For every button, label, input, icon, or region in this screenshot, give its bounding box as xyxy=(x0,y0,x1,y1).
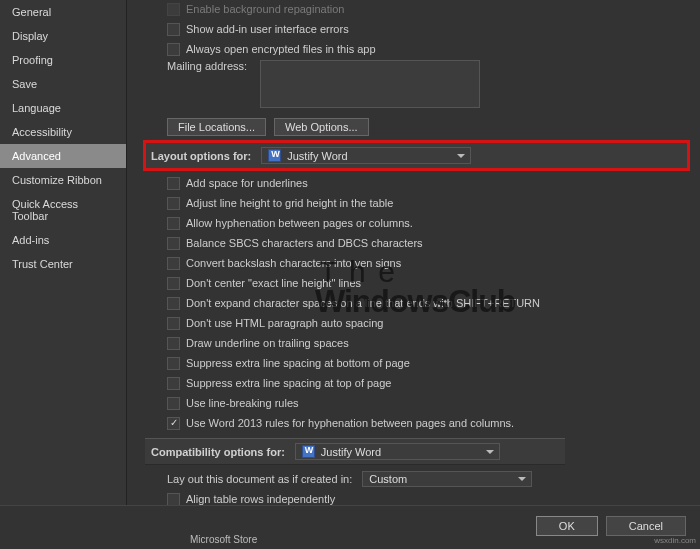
sidebar-item-advanced[interactable]: Advanced xyxy=(0,144,126,168)
checkbox-addin-errors[interactable] xyxy=(167,23,180,36)
layout-options-dropdown[interactable]: Justify Word xyxy=(261,147,471,164)
main-panel: Enable background repagination Show add-… xyxy=(127,0,700,505)
sidebar: General Display Proofing Save Language A… xyxy=(0,0,127,549)
label-opt-1: Adjust line height to grid height in the… xyxy=(186,197,393,209)
sidebar-item-proofing[interactable]: Proofing xyxy=(0,48,126,72)
label-opt-12: Use Word 2013 rules for hyphenation betw… xyxy=(186,417,514,429)
checkbox-word2013-hyphenation[interactable] xyxy=(167,417,180,430)
word-doc-icon xyxy=(302,445,315,458)
section-compatibility-options: Compatibility options for: Justify Word xyxy=(145,438,565,465)
word-doc-icon xyxy=(268,149,281,162)
label-layout-as: Lay out this document as if created in: xyxy=(167,473,352,485)
checkbox-dont-expand-spaces[interactable] xyxy=(167,297,180,310)
layout-options-label: Layout options for: xyxy=(151,150,251,162)
cancel-button[interactable]: Cancel xyxy=(606,516,686,536)
label-mailing-address: Mailing address: xyxy=(167,60,252,72)
taskbar-ms-store: Microsoft Store xyxy=(190,534,257,545)
checkbox-balance-sbcs-dbcs[interactable] xyxy=(167,237,180,250)
checkbox-align-table-rows[interactable] xyxy=(167,493,180,506)
file-locations-button[interactable]: File Locations... xyxy=(167,118,266,136)
checkbox-line-breaking-rules[interactable] xyxy=(167,397,180,410)
chevron-down-icon xyxy=(518,477,526,481)
compat-options-label: Compatibility options for: xyxy=(151,446,285,458)
corner-watermark: wsxdin.com xyxy=(654,536,696,545)
sidebar-item-quick-access[interactable]: Quick Access Toolbar xyxy=(0,192,126,228)
checkbox-open-encrypted[interactable] xyxy=(167,43,180,56)
label-opt-6: Don't expand character spaces on a line … xyxy=(186,297,540,309)
sidebar-item-general[interactable]: General xyxy=(0,0,126,24)
layout-as-value: Custom xyxy=(369,473,407,485)
sidebar-item-save[interactable]: Save xyxy=(0,72,126,96)
label-opt-5: Don't center "exact line height" lines xyxy=(186,277,361,289)
checkbox-dont-center-exact[interactable] xyxy=(167,277,180,290)
checkbox-allow-hyphenation[interactable] xyxy=(167,217,180,230)
checkbox-dont-use-html-spacing[interactable] xyxy=(167,317,180,330)
label-open-encrypted: Always open encrypted files in this app xyxy=(186,43,376,55)
label-bg-repagination: Enable background repagination xyxy=(186,3,344,15)
label-opt-7: Don't use HTML paragraph auto spacing xyxy=(186,317,383,329)
layout-options-value: Justify Word xyxy=(287,150,347,162)
label-opt-11: Use line-breaking rules xyxy=(186,397,299,409)
sidebar-item-customize-ribbon[interactable]: Customize Ribbon xyxy=(0,168,126,192)
label-opt-0: Add space for underlines xyxy=(186,177,308,189)
dialog-footer: OK Cancel Microsoft Store wsxdin.com xyxy=(0,505,700,549)
compat-options-dropdown[interactable]: Justify Word xyxy=(295,443,500,460)
checkbox-add-space-underlines[interactable] xyxy=(167,177,180,190)
label-opt-8: Draw underline on trailing spaces xyxy=(186,337,349,349)
sidebar-item-display[interactable]: Display xyxy=(0,24,126,48)
sidebar-item-accessibility[interactable]: Accessibility xyxy=(0,120,126,144)
chevron-down-icon xyxy=(486,450,494,454)
ok-button[interactable]: OK xyxy=(536,516,598,536)
checkbox-suppress-top[interactable] xyxy=(167,377,180,390)
web-options-button[interactable]: Web Options... xyxy=(274,118,369,136)
label-opt-9: Suppress extra line spacing at bottom of… xyxy=(186,357,410,369)
label-align-table-rows: Align table rows independently xyxy=(186,493,335,505)
sidebar-item-language[interactable]: Language xyxy=(0,96,126,120)
layout-as-dropdown[interactable]: Custom xyxy=(362,471,532,487)
chevron-down-icon xyxy=(457,154,465,158)
compat-options-value: Justify Word xyxy=(321,446,381,458)
label-opt-3: Balance SBCS characters and DBCS charact… xyxy=(186,237,423,249)
checkbox-convert-backslash[interactable] xyxy=(167,257,180,270)
sidebar-item-trust-center[interactable]: Trust Center xyxy=(0,252,126,276)
label-opt-2: Allow hyphenation between pages or colum… xyxy=(186,217,413,229)
mailing-address-input[interactable] xyxy=(260,60,480,108)
label-addin-errors: Show add-in user interface errors xyxy=(186,23,349,35)
label-opt-10: Suppress extra line spacing at top of pa… xyxy=(186,377,391,389)
checkbox-adjust-line-height[interactable] xyxy=(167,197,180,210)
sidebar-item-add-ins[interactable]: Add-ins xyxy=(0,228,126,252)
checkbox-bg-repagination xyxy=(167,3,180,16)
checkbox-draw-underline-trailing[interactable] xyxy=(167,337,180,350)
label-opt-4: Convert backslash characters into yen si… xyxy=(186,257,401,269)
section-layout-options: Layout options for: Justify Word xyxy=(145,142,688,169)
checkbox-suppress-bottom[interactable] xyxy=(167,357,180,370)
